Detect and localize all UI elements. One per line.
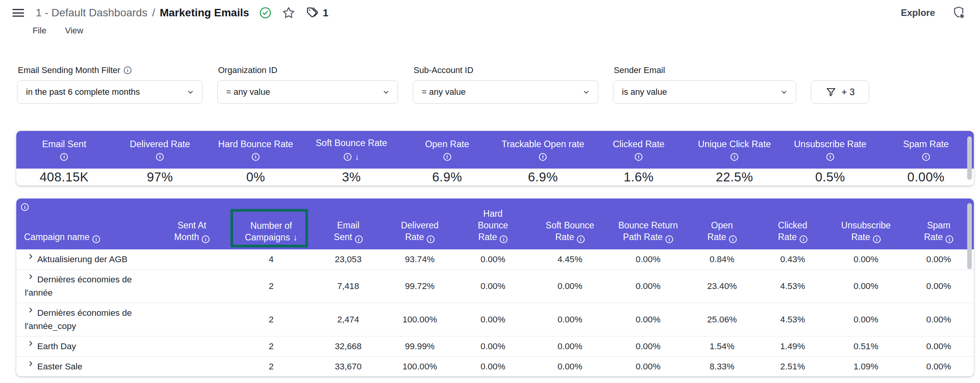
kpi-label: Unique Click Rate [698,139,771,150]
tags-button[interactable]: 1 [306,6,328,19]
cell-unsubscribe-rate: 0.51% [828,336,904,357]
menu-file[interactable]: File [33,26,46,36]
cell-sent-at-month [153,336,230,357]
info-icon[interactable] [202,235,210,243]
column-header-email-sent[interactable]: Email Sent [312,198,384,249]
hamburger-menu-icon[interactable] [12,8,25,17]
table-row[interactable]: ›Easter Sale 2 33,670 100.00% 0.00% 0.00… [16,357,974,377]
column-header-bounce-return-path-rate[interactable]: Bounce Return Path Rate [609,198,687,249]
info-icon[interactable] [156,153,164,161]
sort-desc-icon: ↓ [293,232,298,242]
menu-view[interactable]: View [65,26,83,36]
table-header-row: Campaign name Sent At Month Number of Ca… [16,198,974,249]
table-row[interactable]: ›Earth Day 2 32,668 99.99% 0.00% 0.00% 0… [16,336,974,357]
info-icon[interactable] [800,235,807,243]
info-icon[interactable] [443,153,451,161]
info-icon[interactable] [539,153,547,161]
kpi-open-rate: Open Rate [399,139,495,161]
info-icon[interactable] [665,235,673,243]
column-header-open-rate[interactable]: Open Rate [687,198,757,249]
table-tile-scrollbar[interactable] [967,203,972,269]
info-icon[interactable] [729,235,737,243]
expand-row-icon[interactable]: › [29,337,33,348]
verified-check-icon[interactable] [259,7,272,19]
info-icon[interactable] [635,153,642,161]
sender-email-select[interactable]: is any value [613,80,796,104]
expand-row-icon[interactable]: › [29,357,33,369]
kpi-label: Open Rate [425,139,469,150]
info-icon[interactable] [124,66,132,74]
cell-sent-at-month [153,249,230,270]
cell-spam-rate: 0.00% [904,249,974,270]
filter-label-text: Email Sending Month Filter [18,65,120,75]
table-row[interactable]: ›Aktualisierung der AGB 4 23,053 93.74% … [16,249,974,270]
filter-bar: Email Sending Month Filter in the past 6… [17,65,964,104]
kpi-summary-tile: Email Sent Delivered Rate Hard Bounce Ra… [16,131,974,186]
kpi-label: Trackable Open rate [502,139,584,150]
info-icon[interactable] [252,153,260,161]
kpi-value-row: 408.15K 97% 0% 3% 6.9% 6.9% 1.6% 22.5% 0… [16,169,974,186]
sub-account-id-select[interactable]: = any value [413,80,598,104]
expand-row-icon[interactable]: › [29,250,33,261]
column-header-delivered-rate[interactable]: Delivered Rate [384,198,455,249]
column-header-sent-at-month[interactable]: Sent At Month [153,198,230,249]
cell-open-rate: 25.06% [687,303,757,336]
more-filters-button[interactable]: + 3 [811,80,869,104]
kpi-label: Clicked Rate [613,139,665,150]
info-icon[interactable] [344,153,351,161]
info-icon[interactable] [731,153,738,161]
info-icon[interactable] [60,153,68,161]
cell-soft-bounce-rate: 0.00% [531,270,609,303]
cell-number-of-campaigns: 2 [230,270,312,303]
cell-bounce-return-path-rate: 0.00% [609,270,687,303]
kpi-label: Unsubscribe Rate [794,139,866,150]
tile-info-icon[interactable] [21,203,29,211]
column-header-spam-rate[interactable]: Spam Rate [904,198,974,249]
cell-email-sent: 33,670 [312,357,384,377]
breadcrumb: 1 - Default Dashboards / Marketing Email… [36,7,249,19]
column-header-soft-bounce-rate[interactable]: Soft Bounce Rate [531,198,609,249]
cell-soft-bounce-rate: 4.45% [531,249,609,270]
info-icon[interactable] [922,153,930,161]
favorite-star-icon[interactable] [282,6,296,20]
cell-bounce-return-path-rate: 0.00% [609,336,687,357]
kpi-label: Delivered Rate [130,139,190,150]
info-icon[interactable] [826,153,834,161]
column-header-unsubscribe-rate[interactable]: Unsubscribe Rate [828,198,904,249]
info-icon[interactable] [500,235,507,243]
cell-delivered-rate: 99.99% [384,336,455,357]
info-icon[interactable] [92,235,100,243]
organization-id-select[interactable]: = any value [217,80,398,104]
table-row[interactable]: ›Dernières économies de l'année 2 7,418 … [16,270,974,303]
info-icon[interactable] [873,235,881,243]
cell-soft-bounce-rate: 0.00% [531,357,609,377]
funnel-icon [825,86,837,98]
cell-email-sent: 32,668 [312,336,384,357]
shield-gear-icon[interactable] [951,5,966,20]
info-icon[interactable] [355,235,363,243]
column-header-campaign-name[interactable]: Campaign name [16,198,153,249]
tag-count: 1 [323,7,328,19]
kpi-label: Hard Bounce Rate [218,139,293,150]
expand-row-icon[interactable]: › [29,270,33,282]
kpi-header-row: Email Sent Delivered Rate Hard Bounce Ra… [16,131,974,169]
kpi-tile-scrollbar[interactable] [967,136,972,180]
info-icon[interactable] [577,235,585,243]
sort-desc-icon: ↓ [355,152,359,162]
explore-link[interactable]: Explore [901,7,935,18]
column-header-hard-bounce-rate[interactable]: Hard Bounce Rate [455,198,531,249]
cell-clicked-rate: 4.53% [757,303,828,336]
breadcrumb-folder-link[interactable]: 1 - Default Dashboards [36,7,147,19]
cell-hard-bounce-rate: 0.00% [455,336,531,357]
cell-number-of-campaigns: 2 [230,303,312,336]
table-row[interactable]: ›Dernières économies de l'année_copy 2 2… [16,303,974,336]
info-icon[interactable] [427,235,435,243]
kpi-value: 97% [112,170,208,185]
column-header-number-of-campaigns[interactable]: Number of Campaigns↓ [230,198,312,249]
email-sending-month-select[interactable]: in the past 6 complete months [17,80,203,104]
chevron-down-icon [186,87,195,97]
expand-row-icon[interactable]: › [29,303,33,315]
column-header-clicked-rate[interactable]: Clicked Rate [757,198,828,249]
kpi-unsubscribe-rate: Unsubscribe Rate [782,139,878,161]
info-icon[interactable] [945,235,953,243]
